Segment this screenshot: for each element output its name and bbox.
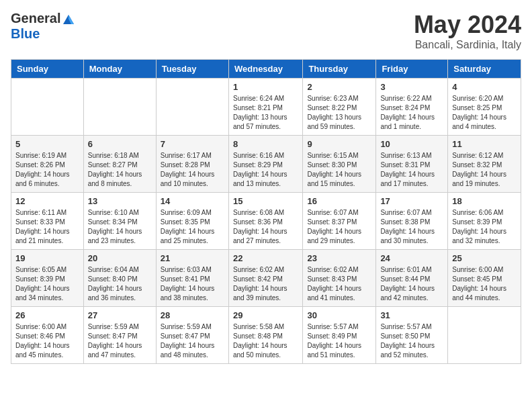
daylight-hours: Daylight: 14 hours [161, 171, 215, 178]
daylight-hours: Daylight: 14 hours [380, 342, 435, 349]
daylight-hours: Daylight: 14 hours [307, 228, 361, 235]
sunrise-text: Sunrise: 6:23 AM [307, 95, 358, 102]
day-number: 3 [380, 82, 443, 92]
day-info: Sunrise: 6:00 AMSunset: 8:45 PMDaylight:… [452, 265, 517, 303]
sunrise-text: Sunrise: 6:00 AM [452, 266, 503, 273]
table-row: 18Sunrise: 6:06 AMSunset: 8:39 PMDayligh… [448, 193, 521, 250]
calendar-week-row: 12Sunrise: 6:11 AMSunset: 8:33 PMDayligh… [11, 193, 521, 250]
sunrise-text: Sunrise: 6:04 AM [88, 266, 139, 273]
sunrise-text: Sunrise: 6:15 AM [307, 152, 358, 159]
daylight-hours: and 45 minutes. [15, 351, 63, 359]
table-row: 30Sunrise: 5:57 AMSunset: 8:49 PMDayligh… [303, 307, 376, 364]
day-number: 4 [452, 82, 517, 92]
day-info: Sunrise: 6:18 AMSunset: 8:27 PMDaylight:… [88, 151, 152, 189]
sunrise-text: Sunrise: 5:59 AM [161, 323, 212, 330]
day-number: 23 [307, 253, 371, 263]
table-row: 20Sunrise: 6:04 AMSunset: 8:40 PMDayligh… [83, 250, 156, 307]
day-info: Sunrise: 5:59 AMSunset: 8:47 PMDaylight:… [161, 322, 224, 360]
table-row [83, 79, 156, 136]
day-info: Sunrise: 6:07 AMSunset: 8:37 PMDaylight:… [307, 208, 371, 246]
table-row: 7Sunrise: 6:17 AMSunset: 8:28 PMDaylight… [156, 136, 228, 193]
table-row: 11Sunrise: 6:12 AMSunset: 8:32 PMDayligh… [448, 136, 521, 193]
daylight-hours: Daylight: 14 hours [161, 228, 215, 235]
table-row: 29Sunrise: 5:58 AMSunset: 8:48 PMDayligh… [228, 307, 302, 364]
col-tuesday: Tuesday [156, 60, 228, 79]
daylight-hours: Daylight: 14 hours [452, 113, 506, 121]
daylight-hours: and 21 minutes. [15, 237, 63, 244]
daylight-hours: and 39 minutes. [233, 294, 281, 302]
daylight-hours: and 38 minutes. [161, 294, 208, 302]
table-row: 16Sunrise: 6:07 AMSunset: 8:37 PMDayligh… [303, 193, 376, 250]
daylight-hours: Daylight: 14 hours [307, 171, 361, 178]
sunrise-text: Sunrise: 6:06 AM [452, 209, 503, 216]
sunrise-text: Sunrise: 6:24 AM [233, 95, 284, 102]
sunset-text: Sunset: 8:49 PM [307, 332, 357, 340]
daylight-hours: and 27 minutes. [233, 237, 281, 244]
sunset-text: Sunset: 8:45 PM [452, 275, 502, 283]
sunrise-text: Sunrise: 6:09 AM [161, 209, 212, 216]
day-number: 10 [380, 139, 443, 149]
daylight-hours: and 6 minutes. [15, 180, 60, 187]
day-number: 30 [307, 310, 371, 320]
daylight-hours: Daylight: 14 hours [233, 228, 287, 235]
daylight-hours: and 8 minutes. [88, 180, 132, 187]
sunset-text: Sunset: 8:33 PM [15, 218, 65, 226]
sunrise-text: Sunrise: 6:07 AM [307, 209, 358, 216]
table-row: 26Sunrise: 6:00 AMSunset: 8:46 PMDayligh… [11, 307, 84, 364]
logo: General Blue [11, 11, 75, 42]
sunrise-text: Sunrise: 6:07 AM [380, 209, 431, 216]
table-row: 25Sunrise: 6:00 AMSunset: 8:45 PMDayligh… [448, 250, 521, 307]
page-header: General Blue May 2024 Bancali, Sardinia,… [11, 11, 521, 51]
table-row: 19Sunrise: 6:05 AMSunset: 8:39 PMDayligh… [11, 250, 84, 307]
day-number: 11 [452, 139, 517, 149]
sunset-text: Sunset: 8:41 PM [161, 275, 210, 283]
table-row: 6Sunrise: 6:18 AMSunset: 8:27 PMDaylight… [83, 136, 156, 193]
day-info: Sunrise: 6:04 AMSunset: 8:40 PMDaylight:… [88, 265, 152, 303]
daylight-hours: and 10 minutes. [161, 180, 208, 187]
daylight-hours: and 13 minutes. [233, 180, 281, 187]
daylight-hours: Daylight: 14 hours [15, 342, 70, 349]
sunset-text: Sunset: 8:36 PM [233, 218, 283, 226]
day-number: 1 [233, 82, 298, 92]
daylight-hours: Daylight: 14 hours [380, 171, 435, 178]
day-number: 28 [161, 310, 224, 320]
daylight-hours: Daylight: 13 hours [233, 113, 287, 121]
col-sunday: Sunday [11, 60, 84, 79]
sunrise-text: Sunrise: 6:02 AM [307, 266, 358, 273]
sunrise-text: Sunrise: 6:18 AM [88, 152, 139, 159]
day-number: 13 [88, 196, 152, 206]
sunset-text: Sunset: 8:32 PM [452, 161, 502, 169]
sunset-text: Sunset: 8:21 PM [233, 104, 283, 111]
sunset-text: Sunset: 8:34 PM [88, 218, 138, 226]
day-number: 16 [307, 196, 371, 206]
col-wednesday: Wednesday [228, 60, 302, 79]
daylight-hours: Daylight: 14 hours [161, 285, 215, 292]
calendar-week-row: 26Sunrise: 6:00 AMSunset: 8:46 PMDayligh… [11, 307, 521, 364]
table-row: 28Sunrise: 5:59 AMSunset: 8:47 PMDayligh… [156, 307, 228, 364]
day-number: 12 [15, 196, 79, 206]
table-row: 4Sunrise: 6:20 AMSunset: 8:25 PMDaylight… [448, 79, 521, 136]
daylight-hours: and 23 minutes. [88, 237, 136, 244]
calendar-week-row: 19Sunrise: 6:05 AMSunset: 8:39 PMDayligh… [11, 250, 521, 307]
day-info: Sunrise: 6:03 AMSunset: 8:41 PMDaylight:… [161, 265, 224, 303]
calendar: Sunday Monday Tuesday Wednesday Thursday… [11, 59, 521, 364]
sunset-text: Sunset: 8:43 PM [307, 275, 357, 283]
sunrise-text: Sunrise: 6:05 AM [15, 266, 66, 273]
table-row: 5Sunrise: 6:19 AMSunset: 8:26 PMDaylight… [11, 136, 84, 193]
sunrise-text: Sunrise: 6:10 AM [88, 209, 139, 216]
sunset-text: Sunset: 8:26 PM [15, 161, 65, 169]
table-row: 17Sunrise: 6:07 AMSunset: 8:38 PMDayligh… [376, 193, 448, 250]
calendar-week-row: 5Sunrise: 6:19 AMSunset: 8:26 PMDaylight… [11, 136, 521, 193]
sunrise-text: Sunrise: 6:20 AM [452, 95, 503, 102]
daylight-hours: and 36 minutes. [88, 294, 136, 302]
day-number: 21 [161, 253, 224, 263]
table-row: 21Sunrise: 6:03 AMSunset: 8:41 PMDayligh… [156, 250, 228, 307]
sunset-text: Sunset: 8:28 PM [161, 161, 210, 169]
calendar-header-row: Sunday Monday Tuesday Wednesday Thursday… [11, 60, 521, 79]
daylight-hours: and 1 minute. [380, 123, 421, 130]
sunset-text: Sunset: 8:40 PM [88, 275, 138, 283]
table-row: 14Sunrise: 6:09 AMSunset: 8:35 PMDayligh… [156, 193, 228, 250]
day-info: Sunrise: 6:09 AMSunset: 8:35 PMDaylight:… [161, 208, 224, 246]
day-number: 6 [88, 139, 152, 149]
day-info: Sunrise: 6:12 AMSunset: 8:32 PMDaylight:… [452, 151, 517, 189]
